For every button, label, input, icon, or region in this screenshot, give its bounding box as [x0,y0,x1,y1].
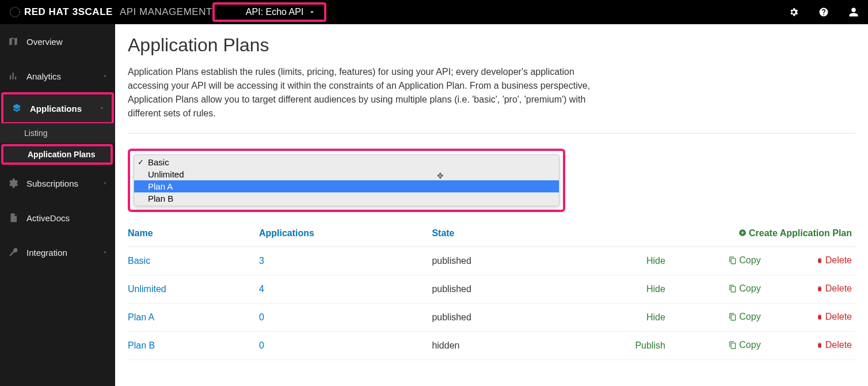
highlight-sidebar-applications: Applications [1,92,114,124]
plan-toggle-button[interactable]: Hide [646,256,665,266]
plan-toggle-button[interactable]: Publish [635,340,665,350]
sidebar-item-label: Subscriptions [26,179,107,188]
trash-icon [816,313,823,321]
page-title: Application Plans [128,35,855,56]
table-row: Plan A0publishedHideCopyDelete [128,304,855,332]
table-row: Basic3publishedHideCopyDelete [128,247,855,275]
plan-delete-button[interactable]: Delete [816,340,852,350]
brand-icon [9,6,21,18]
page-description: Application Plans establish the rules (l… [128,65,600,120]
copy-icon [729,313,737,321]
sidebar-item-subscriptions[interactable]: Subscriptions [0,166,115,200]
sidebar-item-integration[interactable]: Integration [0,235,115,270]
plans-table: Name Applications State Create Applicati… [128,222,855,360]
plan-copy-button[interactable]: Copy [729,255,760,266]
brand-suffix: API MANAGEMENT [120,6,212,18]
main-content: Application Plans Application Plans esta… [115,24,868,386]
api-selector[interactable]: API: Echo API [240,5,322,20]
plan-name-link[interactable]: Unlimited [128,284,166,294]
map-icon [8,36,18,47]
default-plan-select[interactable]: ✓ Basic Unlimited Plan A Plan B ✥ [134,154,559,206]
file-icon [8,213,18,223]
plan-apps-link[interactable]: 4 [259,284,264,294]
chevron-right-icon [102,249,108,255]
option-label: Unlimited [148,169,184,179]
plan-toggle-button[interactable]: Hide [646,312,665,322]
option-label: Plan A [148,181,173,191]
select-option-plan-b[interactable]: Plan B [134,192,559,205]
plan-state: published [432,304,593,332]
highlight-default-plan-select: ✓ Basic Unlimited Plan A Plan B ✥ [128,149,565,212]
chevron-right-icon [102,73,108,79]
plan-state: published [432,275,593,304]
plan-copy-button[interactable]: Copy [729,340,760,350]
help-icon[interactable] [818,7,829,17]
plan-delete-button[interactable]: Delete [816,312,852,322]
plan-name-link[interactable]: Plan B [128,340,155,350]
sidebar-item-label: ActiveDocs [26,213,107,223]
plan-delete-button[interactable]: Delete [816,255,852,266]
trash-icon [816,285,823,293]
plan-toggle-button[interactable]: Hide [646,284,665,294]
sidebar-item-label: Integration [26,248,107,258]
header-applications[interactable]: Applications [259,222,432,247]
svg-point-0 [10,7,20,17]
highlight-api-selector: API: Echo API [212,2,327,22]
sidebar-item-label: Analytics [26,71,107,81]
sidebar-item-label: Applications [30,104,104,113]
bars-icon [8,71,18,81]
plan-copy-button[interactable]: Copy [729,283,760,294]
plan-apps-link[interactable]: 0 [259,312,264,322]
copy-icon [729,341,737,349]
gears-icon [8,178,18,188]
plan-apps-link[interactable]: 0 [259,340,264,350]
header-state[interactable]: State [432,222,593,247]
wrench-icon [8,247,18,258]
topbar-actions [789,0,859,24]
sidebar-item-application-plans[interactable]: Application Plans [3,146,111,162]
user-icon[interactable] [848,7,859,17]
plan-state: published [432,247,593,275]
sidebar-item-analytics[interactable]: Analytics [0,59,115,93]
plan-copy-button[interactable]: Copy [729,312,760,322]
sidebar: Overview Analytics Applications Listing … [0,24,115,386]
sidebar-item-label: Application Plans [28,150,102,159]
trash-icon [816,341,823,349]
sidebar-item-label: Listing [24,128,107,138]
chevron-right-icon [102,180,108,186]
gear-icon[interactable] [789,7,799,17]
plan-name-link[interactable]: Plan A [128,312,154,322]
api-selector-label: API: Echo API [246,7,304,17]
plus-circle-icon [738,229,747,237]
select-option-unlimited[interactable]: Unlimited [134,168,559,180]
check-icon: ✓ [138,158,144,166]
cubes-icon [12,103,22,113]
option-label: Plan B [148,194,173,203]
brand: RED HAT 3SCALE API MANAGEMENT [9,6,212,18]
option-label: Basic [148,157,169,167]
select-option-basic[interactable]: ✓ Basic [134,156,559,168]
header-name[interactable]: Name [128,222,259,247]
sidebar-item-applications[interactable]: Applications [3,94,112,122]
trash-icon [816,256,823,264]
chevron-down-icon [308,8,316,16]
table-row: Plan B0hiddenPublishCopyDelete [128,332,855,360]
create-application-plan-button[interactable]: Create Application Plan [593,222,855,247]
sidebar-item-listing[interactable]: Listing [0,123,115,143]
copy-icon [729,285,737,293]
sidebar-item-overview[interactable]: Overview [0,24,115,59]
create-label: Create Application Plan [749,228,852,238]
plan-delete-button[interactable]: Delete [816,283,852,294]
plan-state: hidden [432,332,593,360]
select-option-plan-a[interactable]: Plan A [134,180,559,192]
plan-apps-link[interactable]: 3 [259,256,264,266]
chevron-down-icon [99,105,105,111]
brand-vendor: RED HAT [24,6,69,18]
highlight-sidebar-app-plans: Application Plans [1,144,113,165]
plan-name-link[interactable]: Basic [128,256,150,266]
topbar: RED HAT 3SCALE API MANAGEMENT API: Echo … [0,0,868,24]
divider [128,133,855,134]
sidebar-item-activedocs[interactable]: ActiveDocs [0,200,115,235]
sidebar-item-label: Overview [26,37,107,47]
copy-icon [729,256,737,264]
